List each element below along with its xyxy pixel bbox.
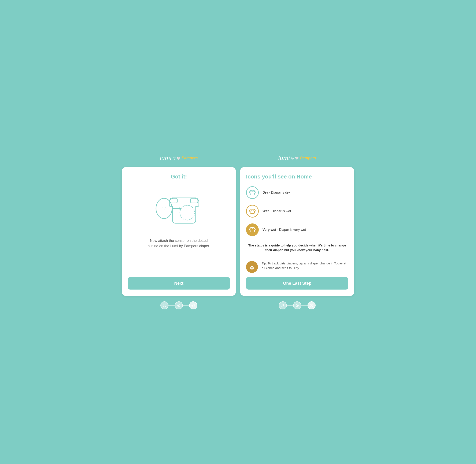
left-card-title: Got it! [171,174,187,180]
left-progress [160,299,197,311]
diaper-illustration: ♡ [153,187,204,230]
svg-rect-18 [253,228,254,229]
svg-point-24 [252,267,253,268]
svg-marker-6 [179,207,181,210]
right-logo-pampers-text: Pampers [300,156,316,160]
right-card: Icons you'll see on Home Dry · Diaper is… [240,167,354,296]
wet-icon-circle [246,205,259,218]
dry-icon-circle [246,186,259,199]
right-progress [279,299,316,311]
left-screen: lumi by 🤍 Pampers Got it! ♡ [122,153,236,311]
svg-point-22 [251,266,253,267]
svg-rect-14 [253,191,254,192]
logo-by-text: by [173,157,176,160]
next-button[interactable]: Next [128,277,230,290]
dry-row: Dry · Diaper is dry [246,186,348,199]
svg-point-25 [282,304,284,306]
very-wet-label: Very wet · Diaper is very wet [263,228,306,232]
svg-point-4 [180,205,195,220]
dry-label: Dry · Diaper is dry [263,191,290,194]
right-logo: lumi by 🤍 Pampers [278,153,316,164]
right-progress-step-1 [279,301,287,309]
logo-lumi-text: lumi [160,155,171,162]
very-wet-row: Very wet · Diaper is very wet [246,223,348,236]
wet-label-rest: · Diaper is wet [269,209,291,213]
progress-line-2 [183,305,189,306]
right-card-title: Icons you'll see on Home [246,174,348,180]
svg-rect-15 [251,209,252,210]
logo-pampers-text: Pampers [182,156,198,160]
right-progress-step-2 [293,301,301,309]
progress-step-3 [189,301,197,309]
dry-label-bold: Dry [263,191,268,194]
svg-point-12 [193,305,193,306]
right-progress-line-1 [287,305,293,306]
svg-rect-17 [251,228,252,229]
wet-label: Wet · Diaper is wet [263,209,291,213]
tip-text: Tip: To track dirty diapers, tap any dia… [262,261,348,271]
svg-rect-16 [253,209,254,210]
svg-point-23 [251,267,252,268]
right-logo-lumi-text: lumi [278,155,290,162]
tip-icon-circle [246,261,258,273]
dry-label-rest: · Diaper is dry [268,191,290,194]
wet-label-bold: Wet [263,209,269,213]
wet-row: Wet · Diaper is wet [246,205,348,218]
right-logo-heart-icon: 🤍 [295,156,299,160]
left-card: Got it! ♡ [122,167,236,296]
one-last-step-button[interactable]: One Last Step [246,277,348,290]
progress-line-1 [169,305,175,306]
svg-point-7 [164,304,165,306]
right-progress-step-3 [307,301,316,309]
very-wet-label-rest: · Diaper is very wet [276,228,306,232]
very-wet-label-bold: Very wet [263,228,276,232]
progress-step-2 [175,301,183,309]
left-logo: lumi by 🤍 Pampers [160,153,198,164]
right-logo-by-text: by [291,157,294,160]
svg-point-27 [297,305,298,306]
tip-row: Tip: To track dirty diapers, tap any dia… [246,261,348,273]
svg-point-9 [178,305,179,306]
right-progress-line-2 [301,305,307,306]
svg-rect-13 [251,191,252,192]
right-screen: lumi by 🤍 Pampers Icons you'll see on Ho… [240,153,354,311]
very-wet-icon-circle [246,223,259,236]
svg-text:♡: ♡ [162,206,166,211]
logo-heart-icon: 🤍 [177,156,180,160]
status-note: The status is a guide to help you decide… [246,242,348,255]
progress-step-1 [160,301,169,309]
svg-point-30 [311,305,312,306]
left-card-description: Now attach the sensor on the dotted outl… [145,238,213,249]
